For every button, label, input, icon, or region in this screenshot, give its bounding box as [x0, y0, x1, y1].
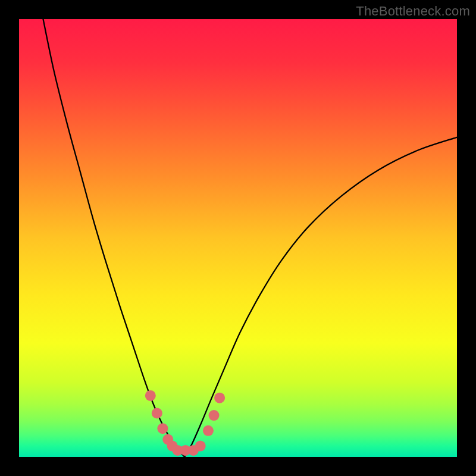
data-marker [209, 410, 220, 421]
heat-background [19, 19, 457, 457]
data-marker [145, 390, 156, 401]
data-marker [203, 425, 214, 436]
data-marker [195, 441, 206, 452]
chart-frame: TheBottleneck.com [0, 0, 476, 476]
plot-area [19, 19, 457, 457]
watermark-text: TheBottleneck.com [356, 4, 470, 19]
data-marker [157, 423, 168, 434]
data-marker [214, 393, 225, 403]
chart-svg [19, 19, 457, 457]
data-marker [152, 408, 162, 418]
